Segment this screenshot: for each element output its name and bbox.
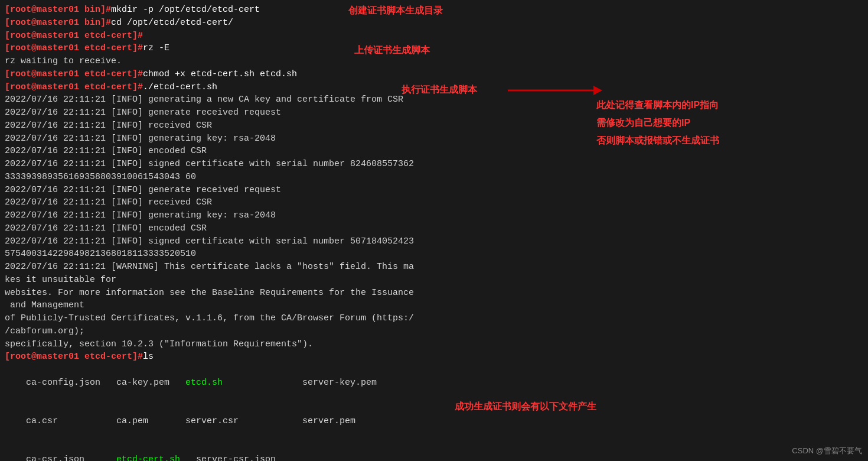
output: 2022/07/16 22:11:21 [INFO] signed certif… bbox=[5, 236, 414, 246]
terminal-line: /cabforum.org); bbox=[5, 325, 863, 338]
output: 2022/07/16 22:11:21 [INFO] generate rece… bbox=[5, 108, 281, 118]
file-name: ca-config.json ca-key.pem bbox=[26, 378, 185, 388]
terminal-line: 2022/07/16 22:11:21 [WARNING] This certi… bbox=[5, 261, 863, 274]
file-listing-row2: ca.csr ca.pem server.csr server.pem bbox=[5, 402, 863, 440]
file-name-green: etcd-cert.sh bbox=[116, 454, 180, 461]
terminal-line: 2022/07/16 22:11:21 [INFO] generate rece… bbox=[5, 106, 863, 119]
terminal-line: rz waiting to receive. bbox=[5, 55, 863, 68]
svg-marker-1 bbox=[593, 86, 602, 95]
terminal-line: [root@master01 etcd-cert]#rz -E bbox=[5, 42, 863, 55]
terminal-line: and Management bbox=[5, 299, 863, 312]
command: ./etcd-cert.sh bbox=[143, 82, 217, 92]
file-name: ca.csr ca.pem server.csr server.pem bbox=[26, 416, 355, 426]
prompt: [root@master01 etcd-cert]# bbox=[5, 352, 143, 362]
annotation-upload: 上传证书生成脚本 bbox=[354, 44, 430, 57]
annotation-mkdir: 创建证书脚本生成目录 bbox=[348, 5, 443, 17]
prompt: [root@master01 bin]# bbox=[5, 5, 111, 15]
file-name: ca-csr.json bbox=[26, 454, 116, 461]
terminal-line: [root@master01 bin]#cd /opt/etcd/etcd-ce… bbox=[5, 17, 863, 30]
annotation-ip2: 需修改为自己想要的IP bbox=[596, 117, 690, 129]
prompt: [root@master01 bin]# bbox=[5, 18, 111, 28]
output: 575400314229849821368018113333520510 bbox=[5, 249, 196, 259]
command: cd /opt/etcd/etcd-cert/ bbox=[111, 18, 233, 28]
file-listing-row1: ca-config.json ca-key.pem etcd.sh server… bbox=[5, 363, 863, 402]
terminal-line: 2022/07/16 22:11:21 [INFO] signed certif… bbox=[5, 235, 863, 248]
output: websites. For more information see the B… bbox=[5, 288, 414, 298]
file-listing-row3: ca-csr.json etcd-cert.sh server-csr.json bbox=[5, 441, 863, 462]
terminal-line: [root@master01 etcd-cert]# bbox=[5, 30, 863, 43]
command: mkdir -p /opt/etcd/etcd-cert bbox=[111, 5, 260, 15]
terminal-line: of Publicly-Trusted Certificates, v.1.1.… bbox=[5, 312, 863, 325]
output: 2022/07/16 22:11:21 [INFO] received CSR bbox=[5, 121, 212, 131]
terminal-line: 2022/07/16 22:11:21 [INFO] generating ke… bbox=[5, 209, 863, 222]
output: 2022/07/16 22:11:21 [INFO] generating a … bbox=[5, 95, 403, 105]
terminal-line: websites. For more information see the B… bbox=[5, 287, 863, 300]
terminal-line: 2022/07/16 22:11:21 [INFO] received CSR bbox=[5, 196, 863, 209]
terminal-line: [root@master01 etcd-cert]#chmod +x etcd-… bbox=[5, 68, 863, 81]
terminal-line: 2022/07/16 22:11:21 [INFO] encoded CSR bbox=[5, 145, 863, 158]
output: 2022/07/16 22:11:21 [INFO] generate rece… bbox=[5, 185, 281, 195]
output: specifically, section 10.2.3 ("Informati… bbox=[5, 339, 313, 349]
output: 2022/07/16 22:11:21 [WARNING] This certi… bbox=[5, 262, 414, 272]
output: 2022/07/16 22:11:21 [INFO] generating ke… bbox=[5, 134, 276, 144]
terminal-line: 2022/07/16 22:11:21 [INFO] received CSR bbox=[5, 119, 863, 132]
terminal-line: 2022/07/16 22:11:21 [INFO] encoded CSR bbox=[5, 222, 863, 235]
terminal-line: 2022/07/16 22:11:21 [INFO] signed certif… bbox=[5, 158, 863, 171]
output: 2022/07/16 22:11:21 [INFO] encoded CSR bbox=[5, 146, 207, 156]
annotation-exec: 执行证书生成脚本 bbox=[402, 84, 477, 96]
terminal-line: 2022/07/16 22:11:21 [INFO] generate rece… bbox=[5, 184, 863, 197]
terminal-line: 333393989356169358803910061543043 60 bbox=[5, 171, 863, 184]
terminal: [root@master01 bin]#mkdir -p /opt/etcd/e… bbox=[0, 0, 868, 461]
output: kes it unsuitable for bbox=[5, 275, 116, 285]
file-name-green: etcd.sh bbox=[185, 378, 223, 388]
file-name: server-key.pem bbox=[223, 378, 377, 388]
output: 2022/07/16 22:11:21 [INFO] signed certif… bbox=[5, 159, 414, 169]
output: 2022/07/16 22:11:21 [INFO] generating ke… bbox=[5, 210, 276, 220]
command: chmod +x etcd-cert.sh etcd.sh bbox=[143, 69, 297, 79]
output: /cabforum.org); bbox=[5, 326, 84, 336]
annotation-ip1: 此处记得查看脚本内的IP指向 bbox=[596, 99, 719, 112]
annotation-ip3: 否则脚本或报错或不生成证书 bbox=[596, 135, 719, 147]
prompt: [root@master01 etcd-cert]# bbox=[5, 43, 143, 53]
prompt: [root@master01 etcd-cert]# bbox=[5, 31, 143, 41]
prompt: [root@master01 etcd-cert]# bbox=[5, 69, 143, 79]
file-name: server-csr.json bbox=[180, 454, 276, 461]
terminal-line: specifically, section 10.2.3 ("Informati… bbox=[5, 338, 863, 351]
output: and Management bbox=[5, 300, 84, 310]
terminal-line: [root@master01 etcd-cert]#ls bbox=[5, 350, 863, 363]
prompt: [root@master01 etcd-cert]# bbox=[5, 82, 143, 92]
output: 333393989356169358803910061543043 60 bbox=[5, 172, 196, 182]
output: rz waiting to receive. bbox=[5, 56, 122, 66]
output: of Publicly-Trusted Certificates, v.1.1.… bbox=[5, 313, 414, 323]
output: 2022/07/16 22:11:21 [INFO] encoded CSR bbox=[5, 223, 207, 233]
terminal-line: kes it unsuitable for bbox=[5, 274, 863, 287]
terminal-line: 2022/07/16 22:11:21 [INFO] generating ke… bbox=[5, 132, 863, 145]
output: 2022/07/16 22:11:21 [INFO] received CSR bbox=[5, 197, 212, 207]
annotation-files: 成功生成证书则会有以下文件产生 bbox=[455, 401, 596, 413]
command: rz -E bbox=[143, 43, 169, 53]
command: ls bbox=[143, 352, 154, 362]
terminal-line: 575400314229849821368018113333520510 bbox=[5, 248, 863, 261]
watermark: CSDN @雪碧不要气 bbox=[792, 446, 862, 456]
arrow-right-icon bbox=[508, 82, 602, 99]
